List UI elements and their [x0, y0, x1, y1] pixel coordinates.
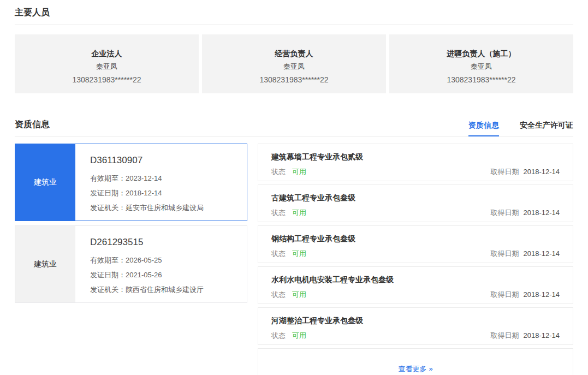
status-badge: 可用	[292, 168, 306, 176]
qualification-header: 资质信息 资质信息 安全生产许可证	[15, 119, 573, 136]
acquired-date-value: 2018-12-14	[524, 290, 560, 299]
field-value: 2023-12-14	[126, 174, 162, 182]
status-group: 状态可用	[271, 290, 306, 300]
certificate-card[interactable]: 建筑业 D361130907 有效期至：2023-12-14 发证日期：2018…	[15, 144, 247, 221]
certificate-card[interactable]: 建筑业 D261293515 有效期至：2026-05-25 发证日期：2021…	[15, 225, 247, 303]
view-more-label: 查看更多	[398, 365, 426, 373]
certificate-valid-until: 有效期至：2023-12-14	[90, 171, 204, 186]
person-card-legal-rep: 企业法人 秦亚凤 1308231983******22	[15, 34, 199, 93]
acquired-date-label: 取得日期	[491, 249, 519, 258]
qualification-item-meta: 状态可用 取得日期2018-12-14	[271, 290, 560, 300]
field-label: 发证机关：	[90, 204, 126, 212]
certificate-details: D361130907 有效期至：2023-12-14 发证日期：2018-12-…	[75, 144, 209, 221]
acquired-date-label: 取得日期	[491, 290, 519, 299]
status-label: 状态	[271, 290, 286, 299]
certificate-number: D361130907	[90, 155, 204, 166]
tab-safety-production-license[interactable]: 安全生产许可证	[520, 121, 573, 136]
certificate-issue-date: 发证日期：2018-12-14	[90, 186, 204, 200]
qualification-item-name: 河湖整治工程专业承包叁级	[271, 316, 560, 326]
status-group: 状态可用	[271, 167, 306, 177]
status-group: 状态可用	[271, 331, 306, 341]
qualification-content: 建筑业 D361130907 有效期至：2023-12-14 发证日期：2018…	[15, 144, 573, 375]
status-badge: 可用	[292, 249, 306, 258]
qualification-item-meta: 状态可用 取得日期2018-12-14	[271, 331, 560, 341]
acquired-date-value: 2018-12-14	[524, 249, 560, 258]
qualification-item: 河湖整治工程专业承包叁级 状态可用 取得日期2018-12-14	[258, 307, 573, 345]
person-card-xinjiang-manager: 进疆负责人（施工） 秦亚凤 1308231983******22	[389, 34, 573, 93]
qualification-item: 建筑幕墙工程专业承包贰级 状态可用 取得日期2018-12-14	[258, 144, 573, 181]
certificate-category-badge: 建筑业	[15, 144, 75, 221]
qualification-item: 水利水电机电安装工程专业承包叁级 状态可用 取得日期2018-12-14	[258, 266, 573, 304]
qualification-item-meta: 状态可用 取得日期2018-12-14	[271, 249, 560, 259]
person-id-number: 1308231983******22	[15, 73, 199, 86]
person-id-number: 1308231983******22	[202, 73, 386, 86]
status-badge: 可用	[292, 290, 306, 299]
qualification-item-name: 水利水电机电安装工程专业承包叁级	[271, 275, 560, 285]
date-group: 取得日期2018-12-14	[491, 208, 560, 218]
acquired-date-label: 取得日期	[491, 331, 519, 340]
date-group: 取得日期2018-12-14	[491, 167, 560, 177]
certificate-issuing-authority: 发证机关：延安市住房和城乡建设局	[90, 200, 204, 215]
certificate-category-badge: 建筑业	[15, 226, 75, 302]
person-role: 企业法人	[15, 47, 199, 60]
date-group: 取得日期2018-12-14	[491, 290, 560, 300]
certificate-issue-date: 发证日期：2021-05-26	[90, 267, 204, 282]
person-name: 秦亚凤	[15, 60, 199, 73]
qualification-item-name: 建筑幕墙工程专业承包贰级	[271, 152, 560, 162]
qualification-item-name: 古建筑工程专业承包叁级	[271, 193, 560, 203]
person-id-number: 1308231983******22	[389, 73, 573, 86]
qualification-title: 资质信息	[15, 119, 50, 136]
acquired-date-label: 取得日期	[491, 168, 519, 176]
view-more-container: 查看更多»	[258, 348, 573, 375]
key-personnel-title: 主要人员	[15, 8, 50, 17]
field-label: 有效期至：	[90, 174, 126, 182]
qualification-item: 古建筑工程专业承包叁级 状态可用 取得日期2018-12-14	[258, 184, 573, 222]
acquired-date-value: 2018-12-14	[524, 168, 560, 176]
status-badge: 可用	[292, 331, 306, 340]
person-role: 进疆负责人（施工）	[389, 47, 573, 60]
field-value: 陕西省住房和城乡建设厅	[126, 285, 204, 294]
key-personnel-header: 主要人员	[15, 0, 573, 25]
qualification-item-name: 钢结构工程专业承包叁级	[271, 234, 560, 244]
qualification-tabs: 资质信息 安全生产许可证	[468, 121, 573, 136]
certificate-issuing-authority: 发证机关：陕西省住房和城乡建设厅	[90, 282, 204, 297]
qualification-item: 钢结构工程专业承包叁级 状态可用 取得日期2018-12-14	[258, 225, 573, 263]
field-label: 发证日期：	[90, 271, 126, 279]
field-label: 有效期至：	[90, 256, 126, 264]
person-name: 秦亚凤	[389, 60, 573, 73]
status-badge: 可用	[292, 209, 306, 217]
acquired-date-value: 2018-12-14	[524, 209, 560, 217]
date-group: 取得日期2018-12-14	[491, 249, 560, 259]
certificate-valid-until: 有效期至：2026-05-25	[90, 253, 204, 267]
key-personnel-cards: 企业法人 秦亚凤 1308231983******22 经营负责人 秦亚凤 13…	[15, 34, 573, 93]
status-label: 状态	[271, 331, 286, 340]
field-value: 延安市住房和城乡建设局	[126, 204, 204, 212]
status-group: 状态可用	[271, 208, 306, 218]
person-role: 经营负责人	[202, 47, 386, 60]
status-label: 状态	[271, 249, 286, 258]
qualification-item-list: 建筑幕墙工程专业承包贰级 状态可用 取得日期2018-12-14 古建筑工程专业…	[258, 144, 573, 375]
qualification-item-meta: 状态可用 取得日期2018-12-14	[271, 167, 560, 177]
person-name: 秦亚凤	[202, 60, 386, 73]
view-more-link[interactable]: 查看更多»	[398, 365, 432, 373]
date-group: 取得日期2018-12-14	[491, 331, 560, 341]
certificate-details: D261293515 有效期至：2026-05-25 发证日期：2021-05-…	[75, 226, 209, 302]
person-card-business-manager: 经营负责人 秦亚凤 1308231983******22	[202, 34, 386, 93]
company-profile-page: 主要人员 企业法人 秦亚凤 1308231983******22 经营负责人 秦…	[0, 0, 588, 375]
field-value: 2021-05-26	[126, 271, 162, 279]
field-label: 发证日期：	[90, 189, 126, 197]
certificate-number: D261293515	[90, 237, 204, 248]
certificate-list: 建筑业 D361130907 有效期至：2023-12-14 发证日期：2018…	[15, 144, 247, 307]
acquired-date-value: 2018-12-14	[524, 331, 560, 340]
qualification-item-meta: 状态可用 取得日期2018-12-14	[271, 208, 560, 218]
status-label: 状态	[271, 209, 286, 217]
double-chevron-right-icon: »	[429, 365, 432, 373]
field-value: 2026-05-25	[126, 256, 162, 264]
tab-qualification-info[interactable]: 资质信息	[468, 121, 499, 136]
status-group: 状态可用	[271, 249, 306, 259]
field-label: 发证机关：	[90, 285, 126, 294]
acquired-date-label: 取得日期	[491, 209, 519, 217]
field-value: 2018-12-14	[126, 189, 162, 197]
status-label: 状态	[271, 168, 286, 176]
